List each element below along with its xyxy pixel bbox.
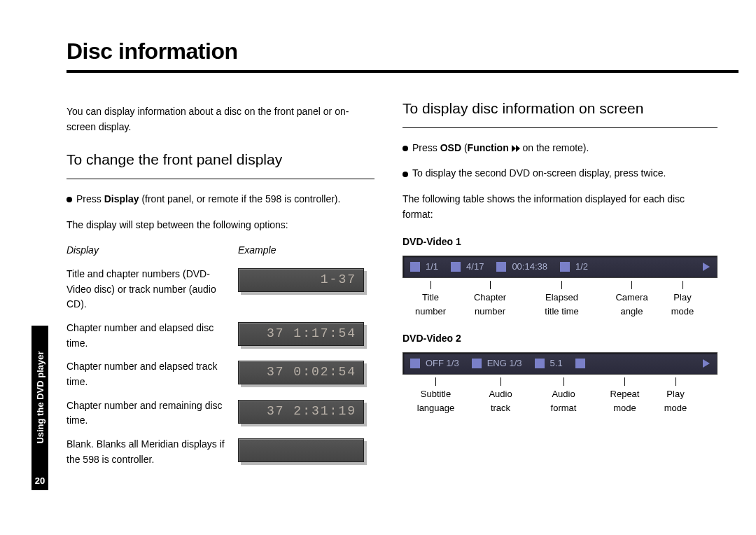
display-table-header: Display Example: [66, 243, 374, 258]
audio-icon: [472, 359, 482, 368]
osd-chapter: 4/17: [451, 260, 484, 274]
right-bullet-1: Press OSD (Function on the remote).: [402, 141, 718, 156]
left-column: You can display information about a disc…: [66, 97, 374, 468]
bullet-icon: [402, 172, 408, 177]
label-cell: Titlenumber: [402, 281, 458, 319]
dvd-video-2-label: DVD-Video 2: [402, 331, 718, 347]
osd-format: 5.1: [535, 356, 563, 370]
th-display: Display: [66, 243, 238, 258]
led-display: 37 0:02:54: [238, 361, 364, 384]
dvd2-label-row: Subtitlelanguage Audiotrack Audioformat …: [402, 377, 718, 415]
osd-elapsed: 00:14:38: [496, 260, 547, 274]
osd-bar-dvd2: OFF 1/3 ENG 1/3 5.1: [402, 352, 718, 375]
fast-forward-icon: [512, 145, 520, 152]
label-cell: Cameraangle: [602, 281, 662, 319]
label-cell: Audiotrack: [469, 377, 532, 415]
clock-icon: [496, 262, 506, 272]
play-icon: [703, 359, 710, 368]
dvd1-label-row: Titlenumber Chapternumber Elapsedtitle t…: [402, 281, 718, 319]
osd-audio: ENG 1/3: [472, 356, 522, 370]
sidebar-section-tab: Using the DVD player 20: [31, 326, 48, 490]
led-display-blank: [238, 438, 364, 462]
label-cell: Audioformat: [532, 377, 595, 415]
left-bullet-1: Press Display (front panel, or remote if…: [66, 192, 374, 207]
intro-text: You can display information about a disc…: [66, 104, 374, 134]
label-cell: Playmode: [654, 377, 696, 415]
row-desc: Chapter number and elapsed track time.: [66, 359, 238, 389]
led-display: 37 2:31:19: [238, 400, 364, 424]
right-heading: To display disc information on screen: [402, 97, 718, 120]
left-heading: To change the front panel display: [66, 148, 374, 172]
label-cell: Subtitlelanguage: [402, 377, 469, 415]
page-title: Disc information: [66, 39, 718, 64]
row-desc: Title and chapter numbers (DVD-Video dis…: [66, 267, 238, 312]
right-bullet-2: To display the second DVD on-screen disp…: [402, 166, 718, 181]
title-rule: [66, 70, 738, 73]
osd-angle: 1/2: [560, 260, 588, 274]
right-column: To display disc information on screen Pr…: [402, 97, 718, 468]
label-cell: Playmode: [662, 281, 704, 319]
label-cell: Repeatmode: [595, 377, 654, 415]
camera-icon: [560, 262, 570, 272]
row-desc: Chapter number and remaining disc time.: [66, 398, 238, 429]
title-icon: [410, 262, 420, 272]
led-display: 1-37: [238, 268, 364, 292]
chapter-icon: [451, 262, 461, 272]
play-icon: [703, 263, 710, 271]
led-display: 37 1:17:54: [238, 322, 364, 346]
table-row: Chapter number and elapsed track time. 3…: [66, 359, 374, 389]
table-row: Chapter number and elapsed disc time. 37…: [66, 321, 374, 351]
table-row: Blank. Blanks all Meridian displays if t…: [66, 437, 374, 467]
sidebar-section-title: Using the DVD player: [35, 328, 46, 468]
dvd-video-1-label: DVD-Video 1: [402, 235, 718, 250]
osd-bar-dvd1: 1/1 4/17 00:14:38 1/2: [402, 256, 718, 278]
dolby-icon: [535, 359, 545, 368]
svg-marker-0: [512, 145, 516, 152]
osd-title: 1/1: [410, 260, 438, 274]
table-intro: The following table shows the informatio…: [402, 192, 718, 222]
bullet-icon: [402, 146, 408, 151]
page-number: 20: [31, 475, 48, 486]
subtitle-icon: [410, 359, 420, 368]
osd-subtitle: OFF 1/3: [410, 356, 459, 370]
row-desc: Blank. Blanks all Meridian displays if t…: [66, 437, 238, 467]
label-cell: Chapternumber: [458, 281, 522, 319]
heading-rule: [402, 127, 718, 128]
left-line-2: The display will step between the follow…: [66, 218, 374, 233]
th-example: Example: [238, 243, 276, 258]
repeat-icon: [575, 359, 585, 368]
label-cell: Elapsedtitle time: [522, 281, 602, 319]
osd-repeat: [575, 359, 588, 368]
heading-rule: [66, 179, 374, 179]
table-row: Title and chapter numbers (DVD-Video dis…: [66, 267, 374, 312]
row-desc: Chapter number and elapsed disc time.: [66, 321, 238, 351]
table-row: Chapter number and remaining disc time. …: [66, 398, 374, 429]
bullet-icon: [66, 197, 72, 202]
